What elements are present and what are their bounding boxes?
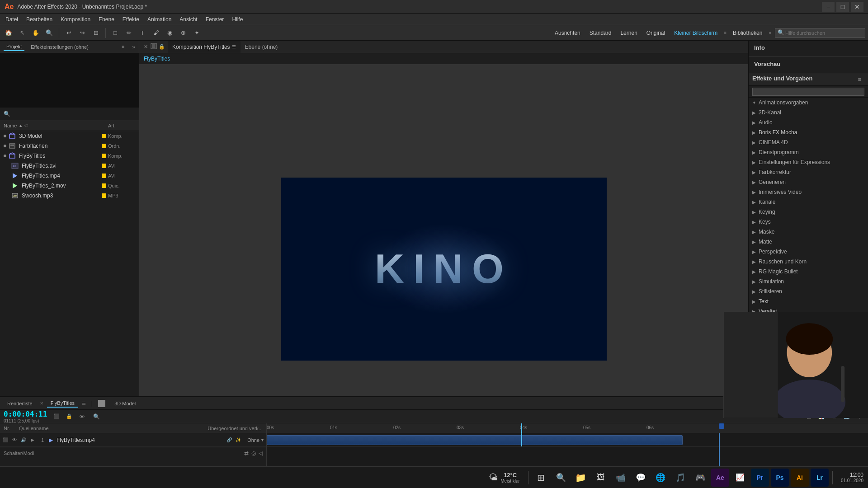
unknown-app-button[interactable]: 🎵: [671, 469, 689, 487]
close-panel-icon[interactable]: ✕: [141, 44, 151, 50]
list-item[interactable]: FlyByTitles Komp.: [0, 151, 139, 161]
menu-ebene[interactable]: Ebene: [95, 15, 118, 24]
layer-tab[interactable]: Ebene (ohne): [241, 41, 283, 53]
menu-ansicht[interactable]: Ansicht: [176, 15, 201, 24]
menu-datei[interactable]: Datei: [2, 15, 22, 24]
panel-expand-icon[interactable]: »: [132, 44, 135, 50]
effects-category-audio[interactable]: ▶ Audio: [749, 117, 868, 127]
photoshop-taskbar-button[interactable]: Ps: [771, 469, 789, 487]
select-tool[interactable]: ↖: [16, 27, 28, 39]
workspace-lernen[interactable]: Lernen: [618, 29, 640, 37]
undo-tool[interactable]: ↩: [63, 27, 75, 39]
effects-category-expressions[interactable]: ▶ Einstellungen für Expressions: [749, 157, 868, 167]
other-app-button[interactable]: 🎮: [691, 469, 709, 487]
effects-category-rgmagicbullet[interactable]: ▶ RG Magic Bullet: [749, 267, 868, 277]
lightroom-taskbar-button[interactable]: Lr: [811, 469, 829, 487]
title-bar-controls[interactable]: − □ ✕: [822, 2, 863, 12]
project-tab[interactable]: Projekt: [4, 43, 24, 51]
effects-category-cinema4d[interactable]: ▶ CINEMA 4D: [749, 137, 868, 147]
effects-category-maske[interactable]: ▶ Maske: [749, 227, 868, 237]
file-explorer-button[interactable]: 📁: [572, 469, 590, 487]
3dmodel-timeline-tab[interactable]: 3D Model: [111, 400, 139, 407]
menu-effekte[interactable]: Effekte: [119, 15, 143, 24]
menu-fenster[interactable]: Fenster: [202, 15, 228, 24]
lock-layers-icon[interactable]: 🔒: [64, 412, 74, 422]
photos-app-button[interactable]: 🖼: [592, 469, 610, 487]
list-item[interactable]: MP3 Swoosh.mp3 MP3: [0, 191, 139, 201]
text-tool[interactable]: T: [137, 27, 148, 39]
panel-menu-button[interactable]: ≡: [118, 42, 127, 52]
effects-category-rauschen[interactable]: ▶ Rauschen und Korn: [749, 257, 868, 267]
list-item[interactable]: FlyByTitles_2.mov Quic.: [0, 181, 139, 191]
menu-bearbeiten[interactable]: Bearbeiten: [23, 15, 56, 24]
effects-category-generieren[interactable]: ▶ Generieren: [749, 177, 868, 187]
timeline-timecode[interactable]: 0:00:04:11: [4, 410, 49, 418]
effects-menu-icon[interactable]: ≡: [854, 75, 864, 84]
list-item[interactable]: FlyByTitles.mp4 AVI: [0, 171, 139, 181]
blend-mode-dropdown-icon[interactable]: ▼: [260, 438, 264, 442]
layer-effects-icon[interactable]: ✨: [235, 436, 242, 444]
redo-tool[interactable]: ↪: [76, 27, 88, 39]
schalter-icon-3[interactable]: ◁: [259, 450, 263, 456]
firefox-button[interactable]: 🌐: [651, 469, 670, 487]
layer-audio-icon[interactable]: 🔊: [20, 436, 27, 444]
composition-tab[interactable]: Komposition FlyByTitles ☰: [168, 41, 241, 53]
effects-category-farbkorrektur[interactable]: ▶ Farbkorrektur: [749, 167, 868, 177]
illustrator-taskbar-button[interactable]: Ai: [791, 469, 809, 487]
schalter-icon-1[interactable]: ⇄: [244, 450, 249, 456]
hide-shy-icon[interactable]: 👁: [77, 412, 87, 422]
taskbar-search-button[interactable]: 🔍: [552, 469, 570, 487]
effects-category-3dkanal[interactable]: ▶ 3D-Kanal: [749, 108, 868, 117]
puppet-tool[interactable]: ✦: [191, 27, 203, 39]
effects-category-perspektive[interactable]: ▶ Perspektive: [749, 247, 868, 257]
layer-name-label[interactable]: FlyByTitles.mp4: [57, 437, 224, 443]
effects-category-keys[interactable]: ▶ Keys: [749, 217, 868, 227]
stock-app-button[interactable]: 📈: [731, 469, 749, 487]
flybytitles-timeline-tab[interactable]: FlyByTitles: [47, 399, 78, 408]
project-search-input[interactable]: [13, 111, 135, 117]
hand-tool[interactable]: ✋: [30, 27, 42, 39]
effects-category-animationsvorgaben[interactable]: ✦ Animationsvorgaben: [749, 98, 868, 108]
menu-animation[interactable]: Animation: [144, 15, 175, 24]
track-clip-flybytitles[interactable]: [267, 435, 683, 445]
workspace-bibliotheken[interactable]: Bibliotheken: [730, 29, 765, 37]
close-button[interactable]: ✕: [851, 2, 863, 12]
home-tool[interactable]: 🏠: [3, 27, 14, 39]
workspace-kleiner[interactable]: Kleiner Bildschirm: [671, 29, 720, 37]
effects-category-dienstprogramm[interactable]: ▶ Dienstprogramm: [749, 147, 868, 157]
effects-category-simulation[interactable]: ▶ Simulation: [749, 277, 868, 286]
clone-tool[interactable]: ⊕: [177, 27, 189, 39]
workspace-align[interactable]: Ausrichten: [552, 29, 583, 37]
pen-tool[interactable]: ✏: [123, 27, 135, 39]
list-item[interactable]: AVI FlyByTitles.avi AVI: [0, 161, 139, 171]
maximize-button[interactable]: □: [836, 2, 849, 12]
effects-category-kanaele[interactable]: ▶ Kanäle: [749, 197, 868, 207]
layer-expand-icon[interactable]: ▶: [29, 436, 36, 444]
minimize-button[interactable]: −: [822, 2, 835, 12]
effects-category-text[interactable]: ▶ Text: [749, 296, 868, 306]
toolbar-expand-icon[interactable]: »: [769, 30, 771, 35]
effects-category-matte[interactable]: ▶ Matte: [749, 237, 868, 247]
breadcrumb-item[interactable]: FlyByTitles: [144, 56, 170, 62]
start-button[interactable]: ⊞: [532, 469, 550, 487]
snap-tool[interactable]: ⊞: [90, 27, 102, 39]
zoom-tool[interactable]: 🔍: [43, 27, 55, 39]
list-item[interactable]: Farbflächen Ordn.: [0, 141, 139, 151]
name-column-header[interactable]: Name ▲ 🏷: [4, 123, 108, 128]
search-input[interactable]: [775, 28, 865, 38]
layer-link-icon[interactable]: 🔗: [226, 436, 233, 444]
fill-tool[interactable]: ◉: [164, 27, 175, 39]
menu-komposition[interactable]: Komposition: [57, 15, 94, 24]
renderliste-tab[interactable]: Renderliste: [4, 400, 36, 407]
flybytitles-tab-close[interactable]: ☰: [82, 401, 86, 406]
effects-category-immersivesvideo[interactable]: ▶ Immersives Video: [749, 187, 868, 197]
brush-tool[interactable]: 🖌: [150, 27, 162, 39]
whatsapp-button[interactable]: 💬: [632, 469, 650, 487]
list-item[interactable]: 3D Model Komp.: [0, 131, 139, 141]
workspace-original[interactable]: Original: [644, 29, 668, 37]
menu-hilfe[interactable]: Hilfe: [228, 15, 246, 24]
layer-visibility-icon[interactable]: 👁: [11, 436, 18, 444]
toggle-solo-icon[interactable]: ⬛: [52, 412, 61, 422]
comp-tab-menu[interactable]: ☰: [232, 44, 236, 49]
effects-category-borisfxmocha[interactable]: ▶ Boris FX Mocha: [749, 127, 868, 137]
